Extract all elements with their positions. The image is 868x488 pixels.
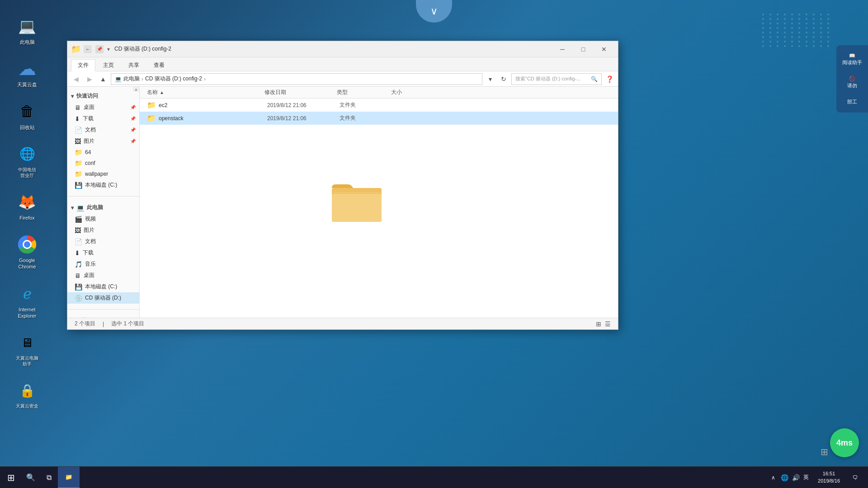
sidebar-item-wallpaper[interactable]: 📁 wallpaper <box>67 169 139 179</box>
file-type-openstack: 文件夹 <box>340 114 394 122</box>
col-header-type[interactable]: 类型 <box>337 89 391 96</box>
chevron-down-button[interactable]: ∨ <box>416 0 452 23</box>
view-details-icon[interactable]: ⊞ <box>596 320 601 328</box>
right-panel-item-dnd[interactable]: 🚫 请勿 <box>840 75 864 89</box>
this-pc-icon: 💻 <box>16 15 38 37</box>
titlebar-folder-icon: 📁 <box>71 44 81 54</box>
sidebar-divider-2 <box>67 309 139 310</box>
address-this-pc[interactable]: 此电脑 <box>123 75 140 83</box>
tianyi-assistant-label: 天翼云电脑助手 <box>16 355 38 367</box>
right-panel-item-read[interactable]: 📖 阅读助手 <box>840 52 864 66</box>
maximize-button[interactable]: □ <box>573 41 594 57</box>
sidebar-item-downloads2[interactable]: ⬇ 下载 <box>67 247 139 258</box>
nav-back-button[interactable]: ◀ <box>70 73 82 85</box>
ribbon: 文件 主页 共享 查看 <box>67 57 618 71</box>
search-placeholder: 搜索"CD 驱动器 (D:) config-... <box>515 75 580 82</box>
col-header-size[interactable]: 大小 <box>391 89 436 96</box>
taskbar-chevron-up[interactable]: ∧ <box>771 474 775 481</box>
file-row-openstack[interactable]: 📁 openstack 2019/8/12 21:06 文件夹 <box>140 112 618 125</box>
file-row-ec2[interactable]: 📁 ec2 2019/8/12 21:06 文件夹 <box>140 99 618 112</box>
sidebar-item-desktop[interactable]: 🖥 桌面 📌 <box>67 102 139 113</box>
view-list-icon[interactable]: ☰ <box>605 320 611 328</box>
titlebar-back-quick-icon[interactable]: ← <box>84 45 92 53</box>
sidebar-item-desktop2[interactable]: 🖥 桌面 <box>67 270 139 281</box>
sidebar-item-documents2[interactable]: 📄 文档 <box>67 236 139 247</box>
grid-view-icon[interactable]: ⊞ <box>821 446 828 457</box>
col-header-date[interactable]: 修改日期 <box>264 89 337 96</box>
file-type-ec2: 文件夹 <box>340 101 394 109</box>
sidebar-this-pc-section: ▾ 💻 此电脑 🎬 视频 🖼 图片 📄 <box>67 198 139 307</box>
file-date-openstack: 2019/8/12 21:06 <box>267 115 340 122</box>
folder-preview-svg <box>330 180 384 225</box>
sidebar-item-videos[interactable]: 🎬 视频 <box>67 213 139 225</box>
downloads2-icon: ⬇ <box>75 249 80 257</box>
sidebar-item-conf[interactable]: 📁 conf <box>67 158 139 169</box>
tab-home[interactable]: 主页 <box>96 59 121 71</box>
tab-share[interactable]: 共享 <box>122 59 146 71</box>
network-tray-icon: 🌐 <box>781 474 788 481</box>
tab-file[interactable]: 文件 <box>71 59 95 71</box>
taskbar-system-icons: 🌐 🔊 英 <box>778 474 811 481</box>
sidebar-quick-access-header[interactable]: ▾ 快速访问 <box>67 90 139 102</box>
sidebar-item-local-disk-c-quick[interactable]: 💾 本地磁盘 (C:) <box>67 179 139 191</box>
sidebar-divider-1 <box>67 196 139 197</box>
sidebar: ▲ ▾ 快速访问 🖥 桌面 📌 ⬇ 下载 <box>67 87 140 318</box>
help-button[interactable]: ❓ <box>604 73 615 85</box>
minimize-button[interactable]: ─ <box>552 41 573 57</box>
sidebar-item-local-c[interactable]: 💾 本地磁盘 (C:) <box>67 281 139 292</box>
cd-d-icon: 💿 <box>75 295 82 302</box>
google-chrome-label: Google Chrome <box>11 257 43 270</box>
col-header-name[interactable]: 名称 ▲ <box>147 89 264 96</box>
taskbar-search-button[interactable]: 🔍 <box>22 467 40 488</box>
desktop-icon-recycle-bin[interactable]: 🗑 回收站 <box>9 99 45 132</box>
pin-icon-downloads: 📌 <box>130 116 136 121</box>
taskbar-notification-button[interactable]: 🗨 <box>846 467 864 488</box>
this-pc-sidebar-icon: 💻 <box>76 204 84 211</box>
right-panel-item-tools[interactable]: 部工 <box>840 99 864 105</box>
titlebar-pin-icon[interactable]: 📌 <box>95 45 104 53</box>
desktop-icon-tianyi-cloud[interactable]: ☁ 天翼云盘 <box>9 56 45 89</box>
desktop-icon-ie[interactable]: ℯ InternetExplorer <box>9 281 45 321</box>
address-bar[interactable]: 💻 此电脑 › CD 驱动器 (D:) config-2 › <box>111 73 482 85</box>
sidebar-item-music[interactable]: 🎵 音乐 <box>67 258 139 270</box>
nav-dropdown-button[interactable]: ▾ <box>484 73 496 85</box>
desktop-icon-china-telecom[interactable]: 🌐 中国电信营业厅 <box>9 141 45 180</box>
close-button[interactable]: ✕ <box>594 41 614 57</box>
address-cd-drive[interactable]: CD 驱动器 (D:) config-2 <box>145 75 202 83</box>
taskbar-clock[interactable]: 16:51 2019/8/16 <box>814 470 844 484</box>
sidebar-this-pc-header[interactable]: ▾ 💻 此电脑 <box>67 202 139 213</box>
taskbar-right: ∧ 🌐 🔊 英 16:51 2019/8/16 🗨 <box>771 467 868 488</box>
desktop-icon-google-chrome[interactable]: Google Chrome <box>9 232 45 272</box>
tianyi-assistant-icon: 🖥 <box>16 332 38 353</box>
taskbar-file-explorer[interactable]: 📁 <box>58 467 80 488</box>
sidebar-item-pictures[interactable]: 🖼 图片 📌 <box>67 136 139 147</box>
ie-icon: ℯ <box>16 283 38 305</box>
quick-access-collapse-icon: ▾ <box>71 93 74 99</box>
sidebar-item-pictures2[interactable]: 🖼 图片 <box>67 225 139 236</box>
desktop-icon-this-pc[interactable]: 💻 此电脑 <box>9 14 45 47</box>
sidebar-item-downloads[interactable]: ⬇ 下载 📌 <box>67 113 139 124</box>
task-view-button[interactable]: ⧉ <box>40 467 58 488</box>
google-chrome-icon <box>16 234 38 255</box>
start-button[interactable]: ⊞ <box>0 467 22 488</box>
refresh-button[interactable]: ↻ <box>498 73 509 85</box>
nav-up-button[interactable]: ▲ <box>97 73 109 85</box>
titlebar-expand-icon[interactable]: ▾ <box>107 46 110 52</box>
folder-conf-icon: 📁 <box>75 160 82 167</box>
desktop-icon-tianyi-assistant[interactable]: 🖥 天翼云电脑助手 <box>9 330 45 369</box>
svg-point-2 <box>24 241 30 248</box>
sidebar-item-documents[interactable]: 📄 文档 📌 <box>67 124 139 136</box>
network-collapse-icon: ▾ <box>75 318 77 318</box>
desktop-icon-tianyi-safe[interactable]: 🔒 天翼云密盒 <box>9 378 45 411</box>
recycle-bin-label: 回收站 <box>20 124 35 131</box>
nav-forward-button[interactable]: ▶ <box>84 73 95 85</box>
address-sep-1: › <box>142 76 143 82</box>
tab-view[interactable]: 查看 <box>147 59 171 71</box>
sidebar-item-network[interactable]: ▾ 🌐 网络 <box>67 315 139 318</box>
sidebar-item-cd-d[interactable]: 💿 CD 驱动器 (D:) <box>67 292 139 304</box>
desktop-icon-firefox[interactable]: 🦊 Firefox <box>9 189 45 223</box>
search-box[interactable]: 搜索"CD 驱动器 (D:) config-... 🔍 <box>511 73 602 85</box>
sidebar-item-64[interactable]: 📁 64 <box>67 147 139 158</box>
recycle-bin-icon: 🗑 <box>16 101 38 122</box>
sidebar-scroll-up[interactable]: ▲ <box>133 87 139 92</box>
